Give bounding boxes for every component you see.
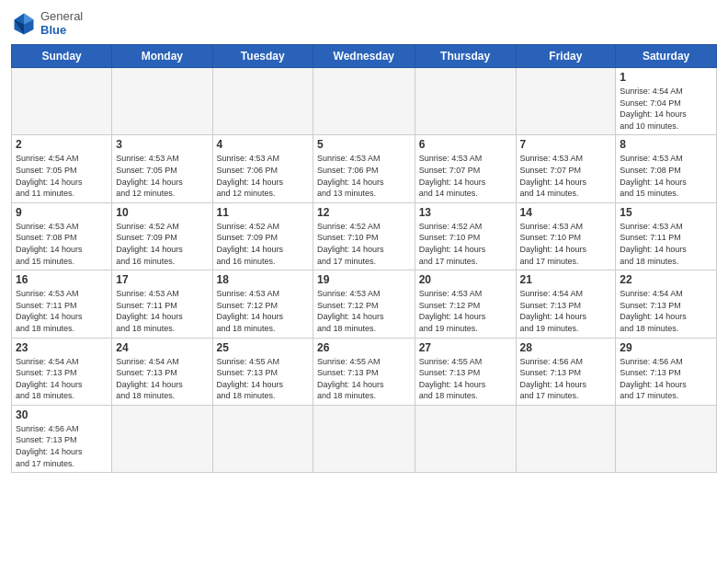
day-info: Sunrise: 4:54 AM Sunset: 7:05 PM Dayligh…	[16, 153, 108, 199]
weekday-header-friday: Friday	[516, 45, 616, 68]
day-number: 24	[116, 341, 208, 354]
calendar-cell: 17Sunrise: 4:53 AM Sunset: 7:11 PM Dayli…	[112, 270, 212, 338]
logo: General Blue	[11, 9, 83, 37]
day-info: Sunrise: 4:56 AM Sunset: 7:13 PM Dayligh…	[620, 356, 712, 402]
day-number: 26	[317, 341, 411, 354]
calendar-cell: 26Sunrise: 4:55 AM Sunset: 7:13 PM Dayli…	[313, 338, 415, 405]
calendar-cell: 12Sunrise: 4:52 AM Sunset: 7:10 PM Dayli…	[313, 202, 415, 270]
day-number: 20	[419, 273, 512, 286]
calendar-cell	[212, 68, 313, 135]
header: General Blue	[11, 9, 717, 37]
day-info: Sunrise: 4:52 AM Sunset: 7:09 PM Dayligh…	[217, 221, 309, 267]
day-number: 7	[520, 138, 612, 151]
day-number: 6	[419, 138, 512, 151]
day-info: Sunrise: 4:52 AM Sunset: 7:10 PM Dayligh…	[317, 221, 411, 267]
calendar-cell: 25Sunrise: 4:55 AM Sunset: 7:13 PM Dayli…	[212, 338, 313, 405]
day-info: Sunrise: 4:54 AM Sunset: 7:13 PM Dayligh…	[520, 288, 612, 334]
calendar-cell: 9Sunrise: 4:53 AM Sunset: 7:08 PM Daylig…	[12, 202, 112, 270]
calendar-cell: 14Sunrise: 4:53 AM Sunset: 7:10 PM Dayli…	[516, 202, 616, 270]
day-number: 25	[217, 341, 309, 354]
calendar-cell: 22Sunrise: 4:54 AM Sunset: 7:13 PM Dayli…	[616, 270, 717, 338]
day-number: 9	[16, 206, 108, 219]
day-info: Sunrise: 4:54 AM Sunset: 7:13 PM Dayligh…	[16, 356, 108, 402]
day-info: Sunrise: 4:53 AM Sunset: 7:08 PM Dayligh…	[620, 153, 712, 199]
calendar-cell: 5Sunrise: 4:53 AM Sunset: 7:06 PM Daylig…	[313, 135, 415, 202]
week-row-3: 9Sunrise: 4:53 AM Sunset: 7:08 PM Daylig…	[12, 202, 717, 270]
calendar-cell: 3Sunrise: 4:53 AM Sunset: 7:05 PM Daylig…	[112, 135, 212, 202]
day-info: Sunrise: 4:55 AM Sunset: 7:13 PM Dayligh…	[317, 356, 411, 402]
weekday-header-thursday: Thursday	[415, 45, 516, 68]
day-number: 8	[620, 138, 712, 151]
calendar-cell: 15Sunrise: 4:53 AM Sunset: 7:11 PM Dayli…	[616, 202, 717, 270]
day-number: 17	[116, 273, 208, 286]
calendar-cell	[516, 68, 616, 135]
calendar-cell	[313, 68, 415, 135]
day-number: 27	[419, 341, 512, 354]
week-row-6: 30Sunrise: 4:56 AM Sunset: 7:13 PM Dayli…	[12, 405, 717, 472]
day-number: 12	[317, 206, 411, 219]
calendar-cell: 13Sunrise: 4:52 AM Sunset: 7:10 PM Dayli…	[415, 202, 516, 270]
day-info: Sunrise: 4:53 AM Sunset: 7:06 PM Dayligh…	[217, 153, 309, 199]
week-row-5: 23Sunrise: 4:54 AM Sunset: 7:13 PM Dayli…	[12, 338, 717, 405]
calendar-cell: 16Sunrise: 4:53 AM Sunset: 7:11 PM Dayli…	[12, 270, 112, 338]
day-info: Sunrise: 4:53 AM Sunset: 7:10 PM Dayligh…	[520, 221, 612, 267]
day-number: 15	[620, 206, 712, 219]
calendar-cell: 10Sunrise: 4:52 AM Sunset: 7:09 PM Dayli…	[112, 202, 212, 270]
calendar-table: SundayMondayTuesdayWednesdayThursdayFrid…	[11, 44, 717, 473]
day-number: 4	[217, 138, 309, 151]
calendar-cell: 18Sunrise: 4:53 AM Sunset: 7:12 PM Dayli…	[212, 270, 313, 338]
calendar-cell	[12, 68, 112, 135]
calendar-cell: 19Sunrise: 4:53 AM Sunset: 7:12 PM Dayli…	[313, 270, 415, 338]
day-info: Sunrise: 4:53 AM Sunset: 7:08 PM Dayligh…	[16, 221, 108, 267]
day-info: Sunrise: 4:53 AM Sunset: 7:07 PM Dayligh…	[419, 153, 512, 199]
weekday-header-sunday: Sunday	[12, 45, 112, 68]
day-info: Sunrise: 4:54 AM Sunset: 7:13 PM Dayligh…	[620, 288, 712, 334]
week-row-1: 1Sunrise: 4:54 AM Sunset: 7:04 PM Daylig…	[12, 68, 717, 135]
calendar-cell: 4Sunrise: 4:53 AM Sunset: 7:06 PM Daylig…	[212, 135, 313, 202]
calendar-cell: 7Sunrise: 4:53 AM Sunset: 7:07 PM Daylig…	[516, 135, 616, 202]
weekday-header-saturday: Saturday	[616, 45, 717, 68]
calendar-cell: 28Sunrise: 4:56 AM Sunset: 7:13 PM Dayli…	[516, 338, 616, 405]
calendar-cell: 6Sunrise: 4:53 AM Sunset: 7:07 PM Daylig…	[415, 135, 516, 202]
week-row-4: 16Sunrise: 4:53 AM Sunset: 7:11 PM Dayli…	[12, 270, 717, 338]
day-number: 23	[16, 341, 108, 354]
weekday-header-wednesday: Wednesday	[313, 45, 415, 68]
calendar-cell: 23Sunrise: 4:54 AM Sunset: 7:13 PM Dayli…	[12, 338, 112, 405]
day-info: Sunrise: 4:53 AM Sunset: 7:11 PM Dayligh…	[116, 288, 208, 334]
day-number: 18	[217, 273, 309, 286]
day-info: Sunrise: 4:53 AM Sunset: 7:12 PM Dayligh…	[317, 288, 411, 334]
day-info: Sunrise: 4:55 AM Sunset: 7:13 PM Dayligh…	[217, 356, 309, 402]
calendar-cell: 29Sunrise: 4:56 AM Sunset: 7:13 PM Dayli…	[616, 338, 717, 405]
logo-text: General Blue	[40, 9, 83, 37]
calendar-cell: 1Sunrise: 4:54 AM Sunset: 7:04 PM Daylig…	[616, 68, 717, 135]
day-info: Sunrise: 4:56 AM Sunset: 7:13 PM Dayligh…	[520, 356, 612, 402]
day-info: Sunrise: 4:52 AM Sunset: 7:10 PM Dayligh…	[419, 221, 512, 267]
calendar-cell	[415, 405, 516, 472]
day-info: Sunrise: 4:53 AM Sunset: 7:12 PM Dayligh…	[217, 288, 309, 334]
day-number: 5	[317, 138, 411, 151]
calendar-cell: 27Sunrise: 4:55 AM Sunset: 7:13 PM Dayli…	[415, 338, 516, 405]
calendar-cell	[313, 405, 415, 472]
day-number: 13	[419, 206, 512, 219]
weekday-header-tuesday: Tuesday	[212, 45, 313, 68]
calendar-cell: 21Sunrise: 4:54 AM Sunset: 7:13 PM Dayli…	[516, 270, 616, 338]
calendar-cell: 2Sunrise: 4:54 AM Sunset: 7:05 PM Daylig…	[12, 135, 112, 202]
calendar-cell	[616, 405, 717, 472]
day-number: 22	[620, 273, 712, 286]
calendar-cell: 24Sunrise: 4:54 AM Sunset: 7:13 PM Dayli…	[112, 338, 212, 405]
calendar-cell: 11Sunrise: 4:52 AM Sunset: 7:09 PM Dayli…	[212, 202, 313, 270]
calendar-cell: 8Sunrise: 4:53 AM Sunset: 7:08 PM Daylig…	[616, 135, 717, 202]
day-number: 14	[520, 206, 612, 219]
day-number: 19	[317, 273, 411, 286]
calendar-cell: 20Sunrise: 4:53 AM Sunset: 7:12 PM Dayli…	[415, 270, 516, 338]
day-number: 30	[16, 408, 108, 421]
week-row-2: 2Sunrise: 4:54 AM Sunset: 7:05 PM Daylig…	[12, 135, 717, 202]
weekday-header-row: SundayMondayTuesdayWednesdayThursdayFrid…	[12, 45, 717, 68]
day-number: 29	[620, 341, 712, 354]
calendar-cell	[415, 68, 516, 135]
day-info: Sunrise: 4:54 AM Sunset: 7:04 PM Dayligh…	[620, 86, 712, 132]
weekday-header-monday: Monday	[112, 45, 212, 68]
calendar-cell	[516, 405, 616, 472]
day-info: Sunrise: 4:52 AM Sunset: 7:09 PM Dayligh…	[116, 221, 208, 267]
calendar-cell	[112, 405, 212, 472]
